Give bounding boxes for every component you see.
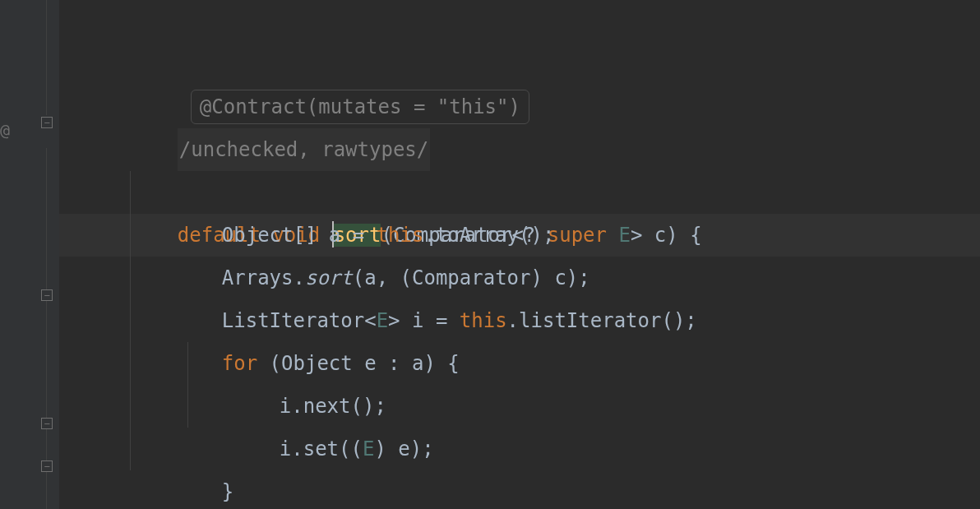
fold-toggle-icon[interactable]: − bbox=[41, 289, 53, 301]
code-line: ListIterator<E> i = this.listIterator(); bbox=[59, 257, 980, 299]
code-line: Object[] a = this.toArray(); bbox=[59, 171, 980, 214]
inferred-annotation: @Contract(mutates = "this") bbox=[59, 43, 980, 86]
code-line: i.set((E) e); bbox=[59, 385, 980, 428]
fold-close-icon[interactable]: − bbox=[41, 460, 53, 472]
fold-toggle-icon[interactable]: − bbox=[41, 117, 53, 128]
code-line bbox=[59, 0, 980, 43]
code-line: /unchecked, rawtypes/ bbox=[59, 86, 980, 128]
override-icon[interactable]: @ bbox=[0, 109, 10, 151]
code-line: } bbox=[59, 470, 980, 509]
code-line: for (Object e : a) { bbox=[59, 299, 980, 342]
fold-close-icon[interactable]: − bbox=[41, 418, 53, 429]
indent-guide bbox=[187, 342, 188, 428]
editor-gutter: @ − − − − bbox=[0, 0, 59, 509]
code-line: Arrays.sort(a, (Comparator) c); bbox=[59, 214, 980, 257]
code-editor[interactable]: @Contract(mutates = "this") /unchecked, … bbox=[59, 0, 980, 509]
code-line: i.next(); bbox=[59, 342, 980, 385]
indent-guide bbox=[130, 171, 131, 470]
code-line: } bbox=[59, 428, 980, 470]
code-line-current: default void sort(Comparator<? super E> … bbox=[59, 128, 980, 171]
